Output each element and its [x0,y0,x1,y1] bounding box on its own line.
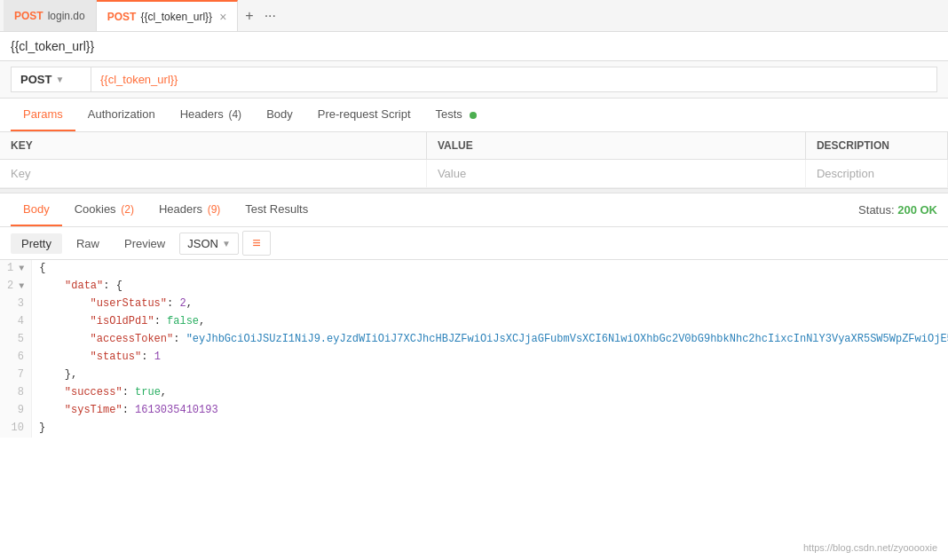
url-bar: {{cl_token_url}} [0,32,948,61]
code-line: 6 "status": 1 [0,349,948,367]
pretty-button[interactable]: Pretty [11,233,62,254]
tab-tests[interactable]: Tests [423,99,489,131]
resp-tab-headers[interactable]: Headers (9) [146,193,233,226]
status-badge: 200 OK [897,203,937,217]
line-content: "isOldPdl": false, [32,313,212,331]
line-number: 9 [0,402,32,420]
tab-token-method: POST [107,11,137,23]
line-content: }, [32,367,84,384]
code-line: 2 "data": { [0,278,948,296]
wrap-icon: ≡ [252,235,260,251]
tab-body[interactable]: Body [254,99,305,131]
line-number: 7 [0,367,32,384]
tab-token[interactable]: POST {{cl_token_url}} × [97,0,239,31]
line-number: 10 [0,420,32,438]
line-number: 3 [0,296,32,313]
desc-cell-placeholder[interactable]: Description [805,160,947,188]
tab-login[interactable]: POST login.do [4,0,97,31]
line-number: 8 [0,384,32,402]
close-icon[interactable]: × [219,10,226,24]
add-tab-button[interactable]: + [241,6,257,26]
line-content: "sysTime": 1613035410193 [32,402,225,420]
code-line: 9 "sysTime": 1613035410193 [0,402,948,420]
code-line: 10} [0,420,948,438]
resp-tab-body[interactable]: Body [11,193,62,226]
line-content: "userStatus": 2, [32,296,200,313]
line-number: 1 [0,260,32,278]
col-value-header: VALUE [426,132,805,160]
resp-tabs-bar: Body Cookies (2) Headers (9) Test Result… [0,193,948,227]
code-line: 1{ [0,260,948,278]
code-line: 4 "isOldPdl": false, [0,313,948,331]
resp-toolbar: Pretty Raw Preview JSON ▼ ≡ [0,227,948,260]
format-select[interactable]: JSON ▼ [179,233,239,255]
line-number: 2 [0,278,32,296]
line-number: 4 [0,313,32,331]
tab-headers[interactable]: Headers (4) [168,99,254,131]
table-row-placeholder: Key Value Description [0,160,948,188]
request-bar: POST ▼ [0,61,948,99]
raw-button[interactable]: Raw [66,233,110,254]
line-content: "accessToken": "eyJhbGciOiJSUzI1NiJ9.eyJ… [32,331,948,349]
status-area: Status: 200 OK [858,203,937,217]
value-cell-placeholder[interactable]: Value [426,160,805,188]
tab-bar: POST login.do POST {{cl_token_url}} × + … [0,0,948,32]
tab-login-method: POST [14,10,43,22]
tab-actions: + ··· [241,6,280,26]
code-line: 8 "success": true, [0,384,948,402]
line-content: "success": true, [32,384,174,402]
tab-authorization[interactable]: Authorization [75,99,168,131]
resp-tab-test-results[interactable]: Test Results [233,193,320,226]
method-label: POST [20,73,51,86]
preview-button[interactable]: Preview [114,233,176,254]
line-content: "status": 1 [32,349,168,367]
tab-prerequest[interactable]: Pre-request Script [305,99,423,131]
req-tabs-bar: Params Authorization Headers (4) Body Pr… [0,99,948,132]
status-label: Status: [858,203,894,217]
method-select[interactable]: POST ▼ [11,67,91,92]
code-area: 1{2 "data": {3 "userStatus": 2,4 "isOldP… [0,260,948,438]
tab-login-label: login.do [48,10,85,22]
more-tabs-button[interactable]: ··· [261,6,280,26]
format-label: JSON [187,237,218,250]
line-number: 6 [0,349,32,367]
line-content: } [32,420,52,438]
format-arrow-icon: ▼ [222,239,231,248]
code-line: 7 }, [0,367,948,384]
key-cell-placeholder[interactable]: Key [0,160,426,188]
method-arrow-icon: ▼ [55,75,64,84]
wrap-button[interactable]: ≡ [242,231,271,256]
code-line: 5 "accessToken": "eyJhbGciOiJSUzI1NiJ9.e… [0,331,948,349]
url-input[interactable] [91,67,937,92]
code-line: 3 "userStatus": 2, [0,296,948,313]
params-table: KEY VALUE DESCRIPTION Key Value Descript… [0,132,948,188]
tab-token-label: {{cl_token_url}} [140,11,212,23]
line-content: "data": { [32,278,130,296]
line-content: { [32,260,52,278]
col-key-header: KEY [0,132,426,160]
line-number: 5 [0,331,32,349]
tab-params[interactable]: Params [11,99,75,131]
col-desc-header: DESCRIPTION [805,132,947,160]
resp-tab-cookies[interactable]: Cookies (2) [62,193,146,226]
page-title: {{cl_token_url}} [11,39,94,53]
tests-dot [470,112,477,119]
